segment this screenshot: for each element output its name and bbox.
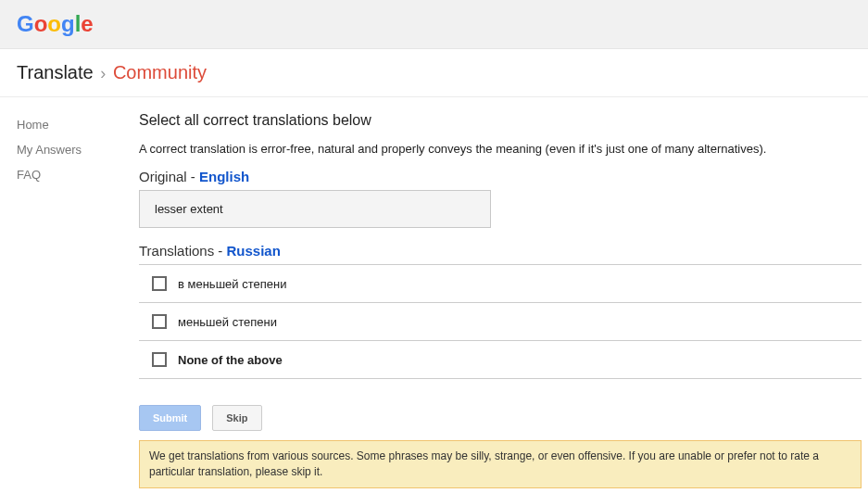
sidebar-item-home[interactable]: Home (17, 112, 139, 137)
breadcrumb-separator: › (100, 64, 106, 82)
task-title: Select all correct translations below (139, 112, 862, 129)
breadcrumb-section[interactable]: Community (113, 62, 207, 82)
option-row[interactable]: в меньшей степени (139, 264, 862, 302)
option-label-none: None of the above (178, 353, 283, 367)
submit-button[interactable]: Submit (139, 405, 201, 431)
google-logo[interactable]: Google (17, 11, 94, 37)
sidebar-item-faq[interactable]: FAQ (17, 162, 139, 187)
task-help: A correct translation is error-free, nat… (139, 142, 862, 156)
main-area: Home My Answers FAQ Select all correct t… (0, 97, 868, 488)
original-language-link[interactable]: English (199, 169, 249, 184)
header-bar: Google (0, 0, 868, 49)
options-list: в меньшей степени меньшей степени None o… (139, 264, 862, 379)
sidebar-item-my-answers[interactable]: My Answers (17, 137, 139, 162)
option-row-none[interactable]: None of the above (139, 340, 862, 379)
breadcrumb-product[interactable]: Translate (17, 62, 94, 82)
content: Select all correct translations below A … (139, 112, 862, 488)
notice-box: We get translations from various sources… (139, 440, 862, 488)
original-label: Original - English (139, 169, 862, 184)
translations-language-link[interactable]: Russian (226, 243, 280, 259)
skip-button[interactable]: Skip (212, 405, 261, 431)
sidebar: Home My Answers FAQ (17, 112, 139, 488)
checkbox-icon[interactable] (152, 314, 167, 329)
button-row: Submit Skip (139, 405, 862, 431)
translations-label: Translations - Russian (139, 243, 862, 259)
original-text-box: lesser extent (139, 190, 491, 228)
checkbox-icon[interactable] (152, 352, 167, 367)
breadcrumb: Translate › Community (0, 49, 868, 97)
option-label: в меньшей степени (178, 277, 286, 291)
checkbox-icon[interactable] (152, 276, 167, 291)
option-label: меньшей степени (178, 315, 277, 329)
option-row[interactable]: меньшей степени (139, 302, 862, 340)
